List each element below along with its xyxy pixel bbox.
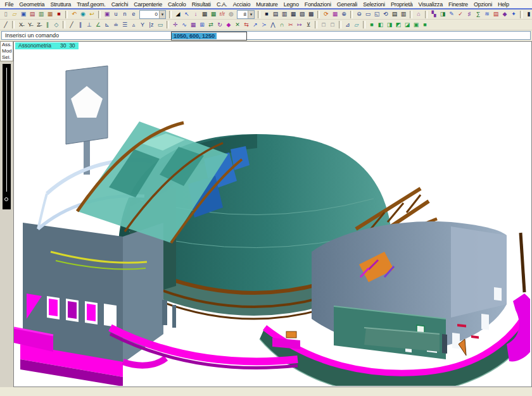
plane-icon[interactable]: ▱ bbox=[352, 21, 361, 29]
import-icon[interactable]: ↩ bbox=[87, 10, 96, 18]
copy-icon[interactable]: ⊞ bbox=[198, 21, 206, 29]
previous-view-icon[interactable]: ⟲ bbox=[381, 10, 390, 18]
align-icon[interactable]: ⋀ bbox=[269, 21, 277, 29]
cube-wire-2-icon[interactable]: □ bbox=[328, 21, 337, 29]
project-icon[interactable]: ≻ bbox=[260, 21, 269, 29]
box-snap-icon[interactable]: ▭ bbox=[156, 21, 165, 29]
menu-opzioni[interactable]: Opzioni bbox=[471, 1, 495, 8]
menu-propriet[interactable]: Proprietà bbox=[388, 1, 415, 8]
model-canvas[interactable] bbox=[14, 42, 530, 386]
rotate-icon[interactable]: ↻ bbox=[215, 21, 224, 29]
section-e-icon[interactable]: e bbox=[129, 10, 138, 18]
check-data-icon[interactable]: ✓ bbox=[456, 10, 465, 18]
print-icon[interactable]: ▤ bbox=[28, 10, 37, 18]
view-top-icon[interactable]: ▥ bbox=[399, 10, 408, 18]
orbit-icon[interactable]: ◉ bbox=[79, 10, 87, 18]
parallel-snap-icon[interactable]: ∥ bbox=[76, 21, 85, 29]
menu-risultati[interactable]: Risultati bbox=[189, 1, 213, 8]
window-single-icon[interactable]: ■ bbox=[262, 10, 271, 18]
undo-icon[interactable]: ↶ bbox=[70, 10, 79, 18]
new-file-icon[interactable]: ▯ bbox=[1, 10, 10, 18]
render-quality-icon[interactable]: ◍ bbox=[227, 10, 236, 18]
window-split-v-icon[interactable]: ▥ bbox=[280, 10, 289, 18]
zoom-out-icon[interactable]: ⊖ bbox=[355, 10, 364, 18]
view-front-icon[interactable]: ▤ bbox=[390, 10, 399, 18]
archive-materials-icon[interactable]: ▚ bbox=[429, 10, 438, 18]
archive-sections-icon[interactable]: ◨ bbox=[438, 10, 447, 18]
save-icon[interactable]: ▣ bbox=[19, 10, 28, 18]
view-tab-ass[interactable]: Ass. bbox=[1, 42, 13, 48]
zoom-window-icon[interactable]: ▭ bbox=[364, 10, 372, 18]
copy-screen-icon[interactable]: ▥ bbox=[37, 10, 46, 18]
trim-icon[interactable]: ✂ bbox=[286, 21, 295, 29]
menu-carpenterie[interactable]: Carpenterie bbox=[131, 1, 165, 8]
table-dark-icon[interactable]: ▦ bbox=[200, 10, 209, 18]
menu-carichi[interactable]: Carichi bbox=[108, 1, 131, 8]
section-n-icon[interactable]: n bbox=[120, 10, 129, 18]
options-tool-icon[interactable]: ✦ bbox=[509, 10, 518, 18]
menu-file[interactable]: File bbox=[2, 1, 16, 8]
snapshot-icon[interactable]: ■ bbox=[54, 10, 63, 18]
window-tile-icon[interactable]: ▩ bbox=[307, 10, 315, 18]
midpoint-icon[interactable]: ≐ bbox=[111, 21, 120, 29]
menu-visualizza[interactable]: Visualizza bbox=[415, 1, 445, 8]
menu-geometria[interactable]: Geometria bbox=[16, 1, 48, 8]
solid-hexa-icon[interactable]: ▣ bbox=[412, 21, 421, 29]
display-mode-icon[interactable]: ▮ bbox=[524, 10, 532, 18]
lock-y-icon[interactable]: Y̶ bbox=[25, 21, 34, 29]
polygon-icon[interactable]: ◇ bbox=[52, 21, 61, 29]
text-size-icon[interactable]: r/r bbox=[218, 10, 227, 18]
segment-snap-icon[interactable]: ╱ bbox=[67, 21, 76, 29]
zoom-extents-icon[interactable]: ◱ bbox=[372, 10, 381, 18]
menu-c-a[interactable]: C.A. bbox=[213, 1, 230, 8]
insert-down-icon[interactable]: ↓ bbox=[191, 10, 200, 18]
combo-arrow-icon[interactable]: ▾ bbox=[248, 11, 254, 18]
report-icon[interactable]: ▤ bbox=[491, 10, 500, 18]
section-size-combo[interactable]: 0▾ bbox=[139, 10, 166, 19]
coordinate-input[interactable]: 1050, 600, 1250 bbox=[171, 32, 247, 40]
edit-criteria-icon[interactable]: ✎ bbox=[447, 10, 456, 18]
section-u-icon[interactable]: u bbox=[111, 10, 120, 18]
triangle-x-icon[interactable]: ▵ bbox=[129, 21, 138, 29]
solid-brick-icon[interactable]: ■ bbox=[367, 21, 376, 29]
mirror-icon[interactable]: ⇆ bbox=[242, 21, 251, 29]
archive-icon[interactable]: ▣ bbox=[103, 10, 111, 18]
structure-context-icon[interactable]: ⌂ bbox=[414, 10, 423, 18]
axis-y-icon[interactable]: Y bbox=[138, 21, 147, 29]
solve-icon[interactable]: ∑ bbox=[474, 10, 483, 18]
pen-size-combo[interactable]: 8▾ bbox=[237, 10, 255, 19]
cube-wire-1-icon[interactable]: □ bbox=[319, 21, 328, 29]
menu-selezioni[interactable]: Selezioni bbox=[360, 1, 388, 8]
menu-acciaio[interactable]: Acciaio bbox=[230, 1, 253, 8]
lock-z-icon[interactable]: Z̶ bbox=[34, 21, 43, 29]
open-folder-icon[interactable]: ▱ bbox=[10, 10, 19, 18]
ortho-icon[interactable]: ⊾ bbox=[103, 21, 111, 29]
menu-trasf-geom[interactable]: Trasf.geom. bbox=[74, 1, 108, 8]
menu-murature[interactable]: Murature bbox=[253, 1, 281, 8]
clip-plane-icon[interactable]: ⊿ bbox=[343, 21, 352, 29]
window-quad-icon[interactable]: ▦ bbox=[289, 10, 298, 18]
lock-x-icon[interactable]: X̶ bbox=[16, 21, 25, 29]
display-settings-icon[interactable]: ▦ bbox=[331, 10, 339, 18]
command-input[interactable]: Inserisci un comando bbox=[1, 31, 531, 40]
node-gen-icon[interactable]: ✛ bbox=[171, 21, 180, 29]
extend-icon[interactable]: ↦ bbox=[295, 21, 304, 29]
intersect-icon[interactable]: ∩ bbox=[277, 21, 286, 29]
menu-fondazioni[interactable]: Fondazioni bbox=[301, 1, 334, 8]
refresh-icon[interactable]: ⟳ bbox=[322, 10, 331, 18]
menu-struttura[interactable]: Struttura bbox=[48, 1, 74, 8]
zoom-in-icon[interactable]: ⊕ bbox=[339, 10, 348, 18]
draw-line-icon[interactable]: ╱ bbox=[1, 21, 10, 29]
view-tab-mod[interactable]: Mod bbox=[1, 48, 13, 54]
menu-help[interactable]: Help bbox=[495, 1, 512, 8]
solid-pyramid-icon[interactable]: ◩ bbox=[394, 21, 403, 29]
solid-gen-icon[interactable]: ◆ bbox=[224, 21, 233, 29]
solid-prism-icon[interactable]: ◪ bbox=[403, 21, 412, 29]
combo-arrow-icon[interactable]: ▾ bbox=[159, 11, 165, 18]
table-green-icon[interactable]: ▦ bbox=[209, 10, 218, 18]
fill-mode-icon[interactable]: ◢ bbox=[174, 10, 182, 18]
stretch-icon[interactable]: ↗ bbox=[251, 21, 260, 29]
parallel-icon[interactable]: ∥ bbox=[43, 21, 52, 29]
mesh-icon[interactable]: ♯ bbox=[465, 10, 474, 18]
slider-handle-icon[interactable] bbox=[4, 197, 8, 201]
